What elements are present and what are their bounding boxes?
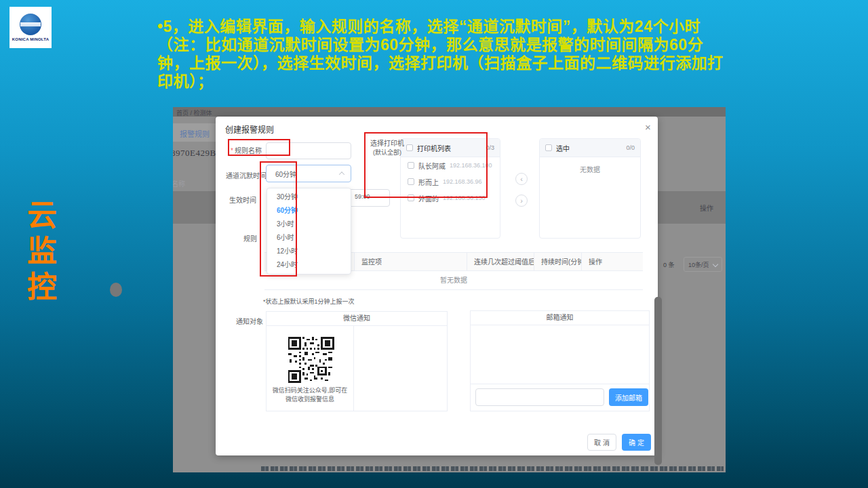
selected-printer-panel: 选中 0/0 无数据 [539, 138, 641, 239]
printer-list-title: 打印机列表 [417, 143, 481, 153]
total-count-label: 0 条 [663, 260, 675, 269]
printer-checkbox[interactable] [408, 162, 414, 169]
printer-list-panel: 打印机列表 0/3 队长阿威 192.168.36.100 形而上 192.16… [400, 138, 500, 239]
notify-target-label: 通知对象 [236, 316, 263, 326]
rule-name-input[interactable] [266, 142, 351, 159]
printer-item[interactable]: 外面的 192.168.36.130 [401, 190, 500, 206]
wechat-notify-panel: 微信通知 [266, 311, 448, 411]
status-report-note: *状态上报默认采用1分钟上报一次 [263, 297, 355, 306]
silence-time-label: 通道沉默时间 [226, 170, 267, 180]
header-operation: 操作 [581, 253, 643, 270]
silence-time-dropdown: 30分钟 60分钟 3小时 6小时 12小时 24小时 [267, 188, 351, 274]
dropdown-option-60min[interactable]: 60分钟 [267, 204, 351, 218]
dropdown-option-24h[interactable]: 24小时 [267, 258, 351, 272]
dropdown-option-12h[interactable]: 12小时 [267, 245, 351, 258]
close-icon[interactable]: × [645, 121, 651, 133]
header-monitor-item: 监控项 [354, 253, 467, 270]
silence-time-select[interactable]: 60分钟 [266, 165, 351, 182]
page-size-value: 10条/页 [688, 260, 709, 269]
header-duration: 持续时间(分钟) [534, 253, 581, 270]
cancel-button[interactable]: 取 消 [587, 434, 616, 451]
wechat-qr-code [286, 337, 336, 383]
email-notify-panel: 邮箱通知 添加邮箱 [470, 310, 650, 411]
chevron-down-icon [712, 262, 717, 267]
slide-instruction-text: •5，进入编辑界面，输入规则的名称，选择“通道沉默时间”，默认为24个小时（注：… [157, 18, 731, 91]
selected-panel-title: 选中 [556, 143, 622, 153]
footer-text-smudge [261, 466, 724, 471]
dialog-title: 创建报警规则 [225, 123, 274, 135]
rule-name-label: *规则名称 [231, 145, 262, 155]
konica-minolta-logo: KONICA MINOLTA [9, 7, 52, 48]
email-add-row: 添加邮箱 [471, 384, 649, 412]
dropdown-option-6h[interactable]: 6小时 [267, 231, 351, 245]
operation-column-label: 操作 [700, 203, 713, 213]
printer-checkbox[interactable] [408, 195, 414, 201]
select-printer-label: 选择打印机 (默认全部) [368, 138, 407, 157]
printer-item[interactable]: 队长阿威 192.168.36.100 [401, 157, 500, 174]
rule-section-label: 规则 [243, 233, 257, 243]
email-input[interactable] [475, 388, 604, 406]
printer-checkbox[interactable] [408, 178, 414, 185]
selected-panel-header: 选中 0/0 [540, 139, 640, 157]
side-vertical-title: 云监控 [18, 199, 61, 307]
decorative-dot [110, 283, 122, 297]
page-size-select[interactable]: 10条/页 [684, 257, 722, 272]
confirm-button[interactable]: 确 定 [622, 434, 651, 451]
table-band-right [658, 191, 726, 224]
app-screenshot: 首页 / 检测体 报警规则 8970E429BA 名称 操作 0 条 10条/页… [173, 107, 726, 472]
selected-all-checkbox[interactable] [545, 144, 552, 151]
selected-empty-text: 无数据 [540, 157, 640, 174]
select-all-checkbox[interactable] [406, 144, 413, 151]
wechat-panel-title: 微信通知 [267, 312, 447, 326]
panel-divider [353, 326, 354, 411]
printer-list-header: 打印机列表 0/3 [401, 139, 500, 157]
selected-panel-count: 0/0 [626, 144, 635, 151]
wechat-qr-caption: 微信扫码关注公众号,即可在 微信收到报警信息 [267, 386, 353, 404]
printer-list-count: 0/3 [486, 144, 494, 151]
header-threshold-count: 连续几次超过阈值后报警 [467, 253, 534, 270]
tab-alarm-rules[interactable]: 报警规则 [180, 128, 210, 139]
name-column-label: 名称 [173, 178, 185, 188]
logo-brand-text: KONICA MINOLTA [12, 37, 49, 41]
breadcrumb: 首页 / 检测体 [176, 108, 212, 117]
effective-time-visible-value: 59:00 [355, 193, 370, 200]
page-topbar [173, 107, 726, 117]
chevron-up-icon [339, 171, 344, 177]
add-email-button[interactable]: 添加邮箱 [609, 388, 648, 406]
table-band-left [173, 191, 216, 224]
silence-time-value: 60分钟 [275, 169, 340, 179]
create-alarm-rule-dialog: 创建报警规则 × *规则名称 通道沉默时间 60分钟 30分钟 60分钟 3小时… [216, 117, 658, 455]
globe-icon [20, 14, 41, 35]
dropdown-option-3h[interactable]: 3小时 [267, 218, 351, 231]
transfer-right-button[interactable]: › [515, 195, 528, 207]
effective-time-label: 生效时间 [229, 195, 256, 205]
slide-background: KONICA MINOLTA •5，进入编辑界面，输入规则的名称，选择“通道沉默… [0, 0, 868, 488]
dropdown-option-30min[interactable]: 30分钟 [267, 190, 351, 204]
email-panel-title: 邮箱通知 [471, 311, 649, 325]
printer-item[interactable]: 形而上 192.168.36.96 [401, 174, 500, 190]
scrollbar-thumb[interactable] [654, 297, 662, 465]
transfer-left-button[interactable]: ‹ [515, 173, 528, 185]
required-asterisk: * [231, 147, 233, 155]
